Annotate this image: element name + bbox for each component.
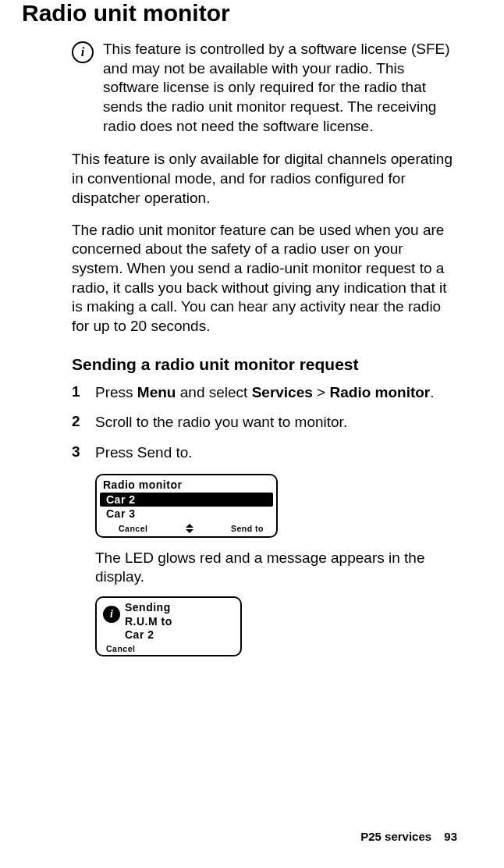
license-note-block: i This feature is controlled by a softwa… — [72, 40, 457, 136]
list-item[interactable]: Car 3 — [100, 507, 273, 521]
step-number: 3 — [72, 443, 95, 463]
softkey-row: Cancel Send to — [97, 522, 276, 535]
sending-line-2: R.U.M to — [125, 615, 236, 629]
softkey-cancel[interactable]: Cancel — [119, 524, 147, 533]
step-text: Scroll to the radio you want to monitor. — [95, 413, 347, 432]
list-item-selected[interactable]: Car 2 — [100, 493, 273, 507]
step-1: 1 Press Menu and select Services > Radio… — [72, 383, 457, 403]
procedure-heading: Sending a radio unit monitor request — [72, 355, 457, 374]
scroll-arrows-icon[interactable] — [186, 524, 193, 533]
license-note-text: This feature is controlled by a software… — [103, 40, 457, 136]
page-title: Radio unit monitor — [22, 0, 457, 26]
info-icon: i — [72, 41, 94, 63]
footer-section: P25 services — [360, 830, 431, 843]
screen-title: Radio monitor — [97, 478, 276, 493]
page-footer: P25 services 93 — [360, 830, 457, 843]
softkey-cancel[interactable]: Cancel — [101, 644, 236, 653]
sending-line-3: Car 2 — [125, 628, 236, 642]
info-icon: i — [97, 601, 125, 623]
step-number: 2 — [72, 413, 95, 432]
availability-paragraph: This feature is only available for digit… — [72, 150, 457, 208]
step-text: Press Menu and select Services > Radio m… — [95, 383, 435, 403]
step-number: 1 — [72, 383, 95, 403]
led-message-paragraph: The LED glows red and a message appears … — [95, 549, 457, 587]
footer-page-number: 93 — [444, 830, 457, 843]
step-text: Press Send to. — [95, 443, 193, 463]
radio-monitor-screen: Radio monitor Car 2 Car 3 Cancel Send to — [95, 474, 278, 538]
step-3: 3 Press Send to. — [72, 443, 457, 463]
description-paragraph: The radio unit monitor feature can be us… — [72, 221, 457, 336]
sending-screen: i Sending R.U.M to Car 2 Cancel — [95, 596, 242, 656]
softkey-send-to[interactable]: Send to — [231, 524, 264, 533]
sending-line-1: Sending — [125, 601, 236, 615]
step-2: 2 Scroll to the radio you want to monito… — [72, 413, 457, 432]
